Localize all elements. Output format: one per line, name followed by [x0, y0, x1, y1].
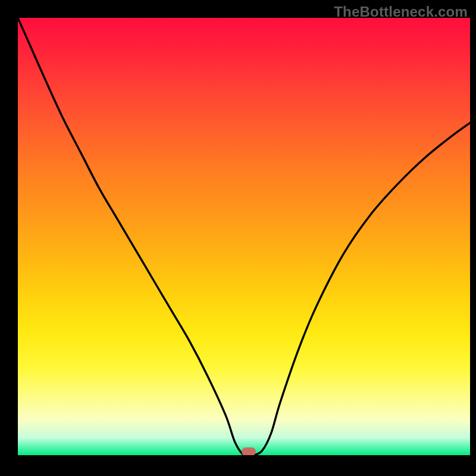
plot-area	[18, 18, 470, 455]
figure-container: TheBottleneck.com	[0, 0, 476, 476]
curve-path	[18, 18, 470, 455]
watermark-label: TheBottleneck.com	[334, 4, 468, 20]
optimum-marker	[242, 447, 256, 455]
curve-svg	[18, 18, 470, 455]
